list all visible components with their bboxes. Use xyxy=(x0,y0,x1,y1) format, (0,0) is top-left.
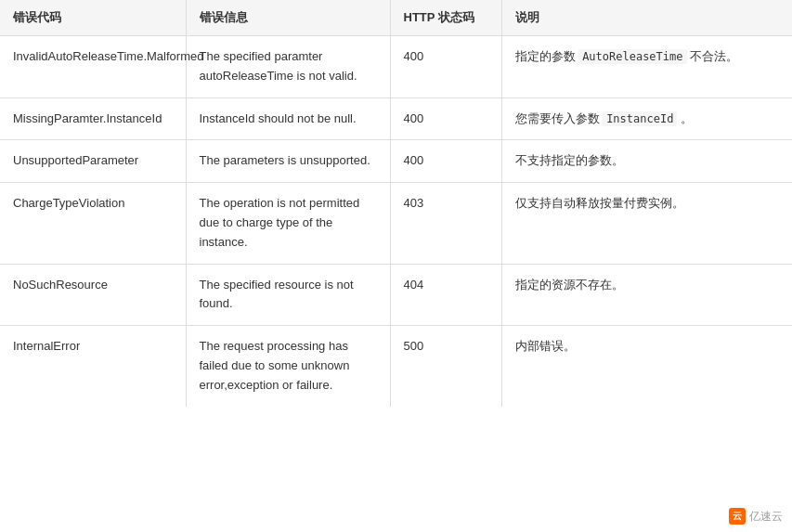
table-header-row: 错误代码 错误信息 HTTP 状态码 说明 xyxy=(0,0,792,36)
table-container: 错误代码 错误信息 HTTP 状态码 说明 InvalidAutoRelease… xyxy=(0,0,792,532)
header-http: HTTP 状态码 xyxy=(390,0,501,36)
cell-code: UnsupportedParameter xyxy=(0,140,186,183)
desc-code-highlight: InstanceId xyxy=(603,111,677,126)
desc-code-highlight: AutoReleaseTime xyxy=(578,49,686,64)
cell-message: The request processing has failed due to… xyxy=(186,326,390,407)
watermark-logo: 云 xyxy=(729,508,746,525)
cell-desc: 指定的资源不存在。 xyxy=(501,264,792,326)
cell-code: ChargeTypeViolation xyxy=(0,183,186,264)
cell-http: 500 xyxy=(390,326,501,407)
cell-http: 400 xyxy=(390,36,501,98)
header-desc: 说明 xyxy=(501,0,792,36)
cell-code: MissingParamter.InstanceId xyxy=(0,97,186,140)
header-message: 错误信息 xyxy=(186,0,390,36)
cell-message: The specified paramter autoReleaseTime i… xyxy=(186,36,390,98)
cell-http: 400 xyxy=(390,140,501,183)
table-row: InvalidAutoReleaseTime.MalformedThe spec… xyxy=(0,36,792,98)
header-code: 错误代码 xyxy=(0,0,186,36)
watermark-text: 亿速云 xyxy=(749,509,783,525)
cell-desc: 您需要传入参数 InstanceId 。 xyxy=(501,97,792,140)
table-row: ChargeTypeViolationThe operation is not … xyxy=(0,183,792,264)
cell-desc: 内部错误。 xyxy=(501,326,792,407)
table-row: NoSuchResourceThe specified resource is … xyxy=(0,264,792,326)
cell-message: InstanceId should not be null. xyxy=(186,97,390,140)
cell-code: InvalidAutoReleaseTime.Malformed xyxy=(0,36,186,98)
cell-desc: 仅支持自动释放按量付费实例。 xyxy=(501,183,792,264)
cell-http: 400 xyxy=(390,97,501,140)
cell-message: The parameters is unsupported. xyxy=(186,140,390,183)
cell-code: InternalError xyxy=(0,326,186,407)
cell-http: 403 xyxy=(390,183,501,264)
watermark: 云 亿速云 xyxy=(729,508,783,525)
cell-message: The operation is not permitted due to ch… xyxy=(186,183,390,264)
table-row: MissingParamter.InstanceIdInstanceId sho… xyxy=(0,97,792,140)
table-row: UnsupportedParameterThe parameters is un… xyxy=(0,140,792,183)
cell-desc: 指定的参数 AutoReleaseTime 不合法。 xyxy=(501,36,792,98)
cell-message: The specified resource is not found. xyxy=(186,264,390,326)
cell-code: NoSuchResource xyxy=(0,264,186,326)
cell-http: 404 xyxy=(390,264,501,326)
error-table: 错误代码 错误信息 HTTP 状态码 说明 InvalidAutoRelease… xyxy=(0,0,792,407)
table-row: InternalErrorThe request processing has … xyxy=(0,326,792,407)
cell-desc: 不支持指定的参数。 xyxy=(501,140,792,183)
